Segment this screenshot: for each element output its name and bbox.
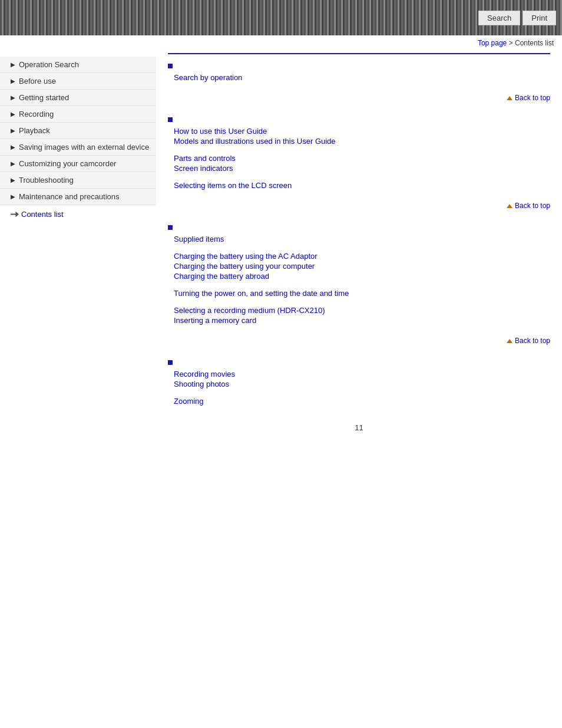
header-buttons: Search Print bbox=[478, 11, 556, 25]
section-header bbox=[168, 117, 550, 122]
section-recording: Recording movies Shooting photos Zooming bbox=[168, 360, 550, 406]
link-search-by-operation[interactable]: Search by operation bbox=[174, 73, 550, 82]
back-to-top-triangle-icon bbox=[507, 96, 513, 100]
contents-list-label: Contents list bbox=[21, 210, 64, 219]
sidebar-label: Operation Search bbox=[19, 60, 79, 69]
sidebar-item-customizing[interactable]: ▶ Customizing your camcorder bbox=[0, 156, 156, 172]
print-button[interactable]: Print bbox=[523, 11, 556, 25]
search-button[interactable]: Search bbox=[478, 11, 520, 25]
sidebar-item-operation-search[interactable]: ▶ Operation Search bbox=[0, 57, 156, 73]
sidebar-item-before-use[interactable]: ▶ Before use bbox=[0, 73, 156, 90]
page-number: 11 bbox=[168, 417, 550, 438]
sidebar-label: Getting started bbox=[19, 93, 69, 102]
sidebar-label: Before use bbox=[19, 77, 56, 85]
sidebar-item-recording[interactable]: ▶ Recording bbox=[0, 106, 156, 123]
arrow-icon: ▶ bbox=[11, 193, 15, 200]
top-page-link[interactable]: Top page bbox=[478, 39, 507, 47]
back-to-top-1[interactable]: Back to top bbox=[168, 90, 550, 106]
link-how-to-use[interactable]: How to use this User Guide bbox=[174, 127, 550, 136]
section-header bbox=[168, 64, 550, 68]
sidebar: ▶ Operation Search ▶ Before use ▶ Gettin… bbox=[0, 51, 156, 450]
link-group-recording-medium: Selecting a recording medium (HDR-CX210)… bbox=[168, 306, 550, 325]
contents-list-link[interactable]: Contents list bbox=[0, 205, 156, 223]
link-inserting-memory-card[interactable]: Inserting a memory card bbox=[174, 316, 550, 325]
section-bar bbox=[168, 64, 173, 68]
section-operation-search: Search by operation Back to top bbox=[168, 64, 550, 106]
arrow-right-icon bbox=[11, 212, 19, 218]
link-screen-indicators[interactable]: Screen indicators bbox=[174, 164, 550, 173]
arrow-icon: ▶ bbox=[11, 94, 15, 101]
main-content: Search by operation Back to top How to u… bbox=[156, 51, 562, 450]
link-shooting-photos[interactable]: Shooting photos bbox=[174, 380, 550, 388]
arrow-icon: ▶ bbox=[11, 78, 15, 84]
link-selecting-recording-medium[interactable]: Selecting a recording medium (HDR-CX210) bbox=[174, 306, 550, 315]
arrow-icon: ▶ bbox=[11, 177, 15, 183]
sidebar-item-getting-started[interactable]: ▶ Getting started bbox=[0, 90, 156, 106]
link-parts-controls[interactable]: Parts and controls bbox=[174, 154, 550, 163]
link-charging-ac[interactable]: Charging the battery using the AC Adapto… bbox=[174, 252, 550, 261]
link-group: Search by operation bbox=[168, 73, 550, 82]
link-zooming[interactable]: Zooming bbox=[174, 397, 550, 406]
header: Search Print bbox=[0, 0, 562, 35]
layout: ▶ Operation Search ▶ Before use ▶ Gettin… bbox=[0, 51, 562, 450]
sidebar-label: Troubleshooting bbox=[19, 176, 74, 185]
sidebar-item-playback[interactable]: ▶ Playback bbox=[0, 123, 156, 139]
sidebar-label: Customizing your camcorder bbox=[19, 159, 116, 168]
back-to-top-3[interactable]: Back to top bbox=[168, 333, 550, 348]
breadcrumb: Top page > Contents list bbox=[0, 35, 562, 51]
sidebar-label: Saving images with an external device bbox=[19, 143, 149, 151]
link-group-power: Turning the power on, and setting the da… bbox=[168, 289, 550, 298]
back-to-top-triangle-icon bbox=[507, 204, 513, 208]
link-charging-computer[interactable]: Charging the battery using your computer bbox=[174, 262, 550, 271]
link-group-3: Selecting items on the LCD screen bbox=[168, 181, 550, 190]
link-group-charging: Charging the battery using the AC Adapto… bbox=[168, 252, 550, 281]
sidebar-label: Recording bbox=[19, 110, 54, 118]
back-to-top-triangle-icon bbox=[507, 339, 513, 343]
arrow-icon: ▶ bbox=[11, 61, 15, 68]
section-header bbox=[168, 360, 550, 365]
breadcrumb-current: Contents list bbox=[515, 39, 554, 47]
link-group-recording: Recording movies Shooting photos bbox=[168, 370, 550, 388]
arrow-icon: ▶ bbox=[11, 144, 15, 150]
section-header bbox=[168, 225, 550, 230]
breadcrumb-separator: > bbox=[507, 39, 515, 47]
back-to-top-label: Back to top bbox=[515, 94, 550, 102]
section-getting-started: Supplied items Charging the battery usin… bbox=[168, 225, 550, 348]
link-models-illustrations[interactable]: Models and illustrations used in this Us… bbox=[174, 137, 550, 146]
arrow-icon: ▶ bbox=[11, 127, 15, 134]
link-turning-power[interactable]: Turning the power on, and setting the da… bbox=[174, 289, 550, 298]
back-to-top-2[interactable]: Back to top bbox=[168, 198, 550, 213]
sidebar-item-troubleshooting[interactable]: ▶ Troubleshooting bbox=[0, 172, 156, 189]
section-bar bbox=[168, 225, 173, 230]
link-recording-movies[interactable]: Recording movies bbox=[174, 370, 550, 378]
section-bar bbox=[168, 117, 173, 122]
arrow-icon: ▶ bbox=[11, 160, 15, 167]
link-selecting-items-lcd[interactable]: Selecting items on the LCD screen bbox=[174, 181, 550, 190]
link-group-zooming: Zooming bbox=[168, 397, 550, 406]
top-divider bbox=[168, 53, 550, 54]
back-to-top-label: Back to top bbox=[515, 337, 550, 345]
arrow-icon: ▶ bbox=[11, 111, 15, 117]
link-group-2: Parts and controls Screen indicators bbox=[168, 154, 550, 173]
link-supplied-items[interactable]: Supplied items bbox=[174, 235, 550, 243]
section-before-use: How to use this User Guide Models and il… bbox=[168, 117, 550, 213]
link-charging-abroad[interactable]: Charging the battery abroad bbox=[174, 272, 550, 281]
sidebar-item-saving-images[interactable]: ▶ Saving images with an external device bbox=[0, 139, 156, 156]
sidebar-item-maintenance[interactable]: ▶ Maintenance and precautions bbox=[0, 189, 156, 205]
section-bar bbox=[168, 360, 173, 365]
sidebar-label: Maintenance and precautions bbox=[19, 192, 120, 201]
link-group-supplied: Supplied items bbox=[168, 235, 550, 243]
sidebar-label: Playback bbox=[19, 126, 50, 135]
link-group-1: How to use this User Guide Models and il… bbox=[168, 127, 550, 146]
back-to-top-label: Back to top bbox=[515, 202, 550, 210]
